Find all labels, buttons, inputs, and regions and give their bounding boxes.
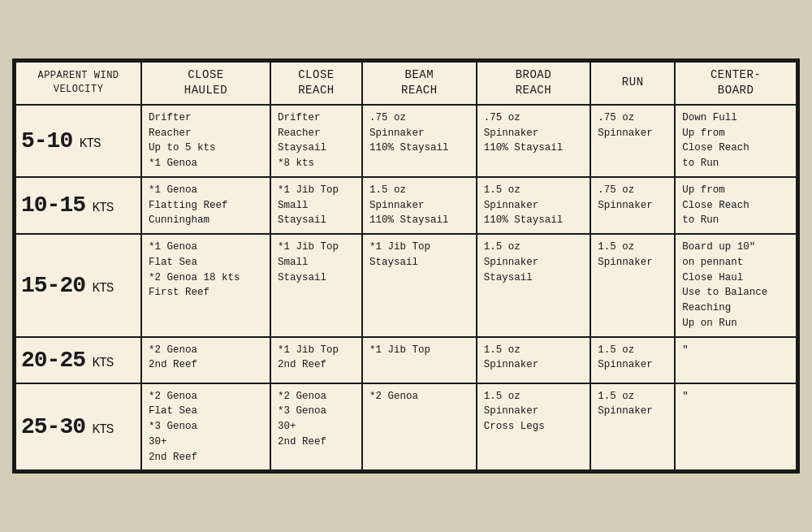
run-cell: .75 ozSpinnaker: [590, 177, 675, 234]
table-row: 25-30 KTS*2 GenoaFlat Sea*3 Genoa30+2nd …: [15, 383, 797, 471]
run-cell: 1.5 ozSpinnaker: [590, 234, 675, 337]
beam-reach-cell: *1 Jib Top: [362, 337, 477, 383]
table-row: 15-20 KTS*1 GenoaFlat Sea*2 Genoa 18 kts…: [15, 234, 797, 337]
wind-speed-cell: 10-15 KTS: [15, 177, 141, 234]
wind-speed-cell: 25-30 KTS: [15, 383, 141, 471]
header-centerboard: CENTER- BOARD: [675, 62, 797, 105]
beam-reach-cell: .75 ozSpinnaker110% Staysail: [362, 105, 477, 177]
header-broad-reach: BROAD REACH: [477, 62, 591, 105]
centerboard-cell: Up fromClose Reachto Run: [675, 177, 797, 234]
close-hauled-cell: DrifterReacherUp to 5 kts*1 Genoa: [141, 105, 270, 177]
header-beam-reach: BEAM REACH: [362, 62, 477, 105]
run-cell: .75 ozSpinnaker: [590, 105, 675, 177]
centerboard-cell: ": [675, 337, 797, 383]
centerboard-cell: Board up 10"on pennantClose HaulUse to B…: [675, 234, 797, 337]
header-close-hauled: CLOSE HAULED: [141, 62, 270, 105]
close-reach-cell: *1 Jib TopSmallStaysail: [270, 234, 362, 337]
broad-reach-cell: 1.5 ozSpinnaker110% Staysail: [477, 177, 591, 234]
beam-reach-cell: 1.5 ozSpinnaker110% Staysail: [362, 177, 477, 234]
close-reach-cell: *1 Jib TopSmallStaysail: [270, 177, 362, 234]
broad-reach-cell: .75 ozSpinnaker110% Staysail: [477, 105, 591, 177]
close-hauled-cell: *2 Genoa2nd Reef: [141, 337, 270, 383]
table-row: 20-25 KTS*2 Genoa2nd Reef*1 Jib Top2nd R…: [15, 337, 797, 383]
table-row: 5-10 KTSDrifterReacherUp to 5 kts*1 Geno…: [15, 105, 797, 177]
wind-speed-cell: 15-20 KTS: [15, 234, 141, 337]
close-reach-cell: *2 Genoa*3 Genoa30+2nd Reef: [270, 383, 362, 471]
broad-reach-cell: 1.5 ozSpinnakerStaysail: [477, 234, 591, 337]
broad-reach-cell: 1.5 ozSpinnakerCross Legs: [477, 383, 591, 471]
header-close-reach: CLOSE REACH: [270, 62, 362, 105]
wind-speed-cell: 20-25 KTS: [15, 337, 141, 383]
centerboard-cell: ": [675, 383, 797, 471]
header-run: RUN: [590, 62, 675, 105]
broad-reach-cell: 1.5 ozSpinnaker: [477, 337, 591, 383]
close-reach-cell: *1 Jib Top2nd Reef: [270, 337, 362, 383]
table-row: 10-15 KTS*1 GenoaFlatting ReefCunningham…: [15, 177, 797, 234]
beam-reach-cell: *2 Genoa: [362, 383, 477, 471]
run-cell: 1.5 ozSpinnaker: [590, 383, 675, 471]
close-reach-cell: DrifterReacherStaysail*8 kts: [270, 105, 362, 177]
centerboard-cell: Down FullUp fromClose Reachto Run: [675, 105, 797, 177]
wind-speed-cell: 5-10 KTS: [15, 105, 141, 177]
sail-chart: APPARENT WIND VELOCITY CLOSE HAULED CLOS…: [12, 58, 800, 474]
close-hauled-cell: *1 GenoaFlatting ReefCunningham: [141, 177, 270, 234]
run-cell: 1.5 ozSpinnaker: [590, 337, 675, 383]
beam-reach-cell: *1 Jib TopStaysail: [362, 234, 477, 337]
close-hauled-cell: *2 GenoaFlat Sea*3 Genoa30+2nd Reef: [141, 383, 270, 471]
close-hauled-cell: *1 GenoaFlat Sea*2 Genoa 18 ktsFirst Ree…: [141, 234, 270, 337]
header-wind-velocity: APPARENT WIND VELOCITY: [15, 62, 141, 105]
